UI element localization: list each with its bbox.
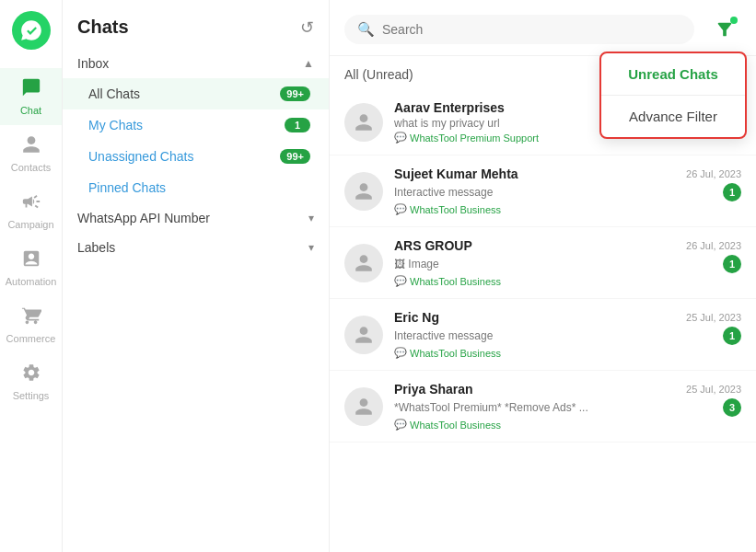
sidebar-header: Chats ↺	[63, 0, 329, 49]
labels-chevron: ▾	[308, 241, 314, 254]
labels-section-header[interactable]: Labels ▾	[63, 233, 329, 262]
chat-info: Priya Sharan 25 Jul, 2023 *WhatsTool Pre…	[394, 382, 741, 431]
avatar	[344, 172, 383, 211]
chat-date: 25 Jul, 2023	[686, 384, 741, 395]
search-icon: 🔍	[357, 21, 375, 38]
labels-label: Labels	[77, 240, 115, 255]
chat-source: 💬 WhatsTool Premium Support	[394, 132, 539, 144]
chat-icon	[21, 77, 41, 102]
whatsapp-icon: 💬	[394, 347, 407, 359]
filter-button[interactable]	[708, 13, 741, 46]
chat-item[interactable]: Priya Sharan 25 Jul, 2023 *WhatsTool Pre…	[330, 371, 756, 443]
nav-all-chats[interactable]: All Chats 99+	[63, 78, 329, 109]
chat-date: 25 Jul, 2023	[686, 312, 741, 323]
settings-icon	[21, 362, 41, 387]
campaign-icon	[21, 191, 41, 216]
whatsapp-section-header[interactable]: WhatsApp API Number ▾	[63, 203, 329, 233]
whatsapp-icon: 💬	[394, 203, 407, 215]
sidebar-item-commerce[interactable]: Commerce	[0, 296, 62, 353]
chat-source: 💬 WhatsTool Business	[394, 275, 501, 287]
sidebar-item-settings[interactable]: Settings	[0, 353, 62, 410]
chat-item[interactable]: Sujeet Kumar Mehta 26 Jul, 2023 Interact…	[330, 155, 756, 227]
whatsapp-icon: 💬	[394, 132, 407, 144]
all-chats-badge: 99+	[280, 86, 310, 101]
chat-name: Sujeet Kumar Mehta	[394, 167, 518, 181]
chat-preview: *WhatsTool Premium* *Remove Ads* ...	[394, 401, 588, 414]
nav-pinned-chats[interactable]: Pinned Chats	[63, 172, 329, 203]
chat-info: Sujeet Kumar Mehta 26 Jul, 2023 Interact…	[394, 167, 741, 215]
chat-info: Eric Ng 25 Jul, 2023 Interactive message…	[394, 310, 741, 359]
pinned-chats-label: Pinned Chats	[88, 180, 166, 195]
sidebar-body: Inbox ▲ All Chats 99+ My Chats 1 Unassig…	[63, 49, 329, 552]
main-content: 🔍 All (Unread) Unread Chats Advance Filt…	[330, 0, 756, 552]
avatar	[344, 103, 383, 142]
sidebar-item-campaign[interactable]: Campaign	[0, 182, 62, 239]
chat-date: 26 Jul, 2023	[686, 168, 741, 179]
nav-rail: Chat Contacts Campaign Automation Commer…	[0, 0, 63, 552]
sidebar-item-automation[interactable]: Automation	[0, 239, 62, 296]
whatsapp-icon: 💬	[394, 275, 407, 287]
sidebar: Chats ↺ Inbox ▲ All Chats 99+ My Chats 1…	[63, 0, 330, 552]
chat-source: 💬 WhatsTool Business	[394, 203, 501, 215]
automation-icon	[21, 248, 41, 273]
unread-badge: 1	[723, 255, 741, 273]
chat-name: Eric Ng	[394, 310, 439, 325]
chat-list: Aarav Enterprises what is my privacy url…	[330, 89, 756, 552]
avatar	[344, 244, 383, 282]
unread-badge: 1	[723, 327, 741, 345]
dropdown-unread-chats[interactable]: Unread Chats	[601, 53, 745, 95]
whatsapp-icon: 💬	[394, 419, 407, 431]
inbox-chevron: ▲	[303, 57, 314, 70]
nav-my-chats[interactable]: My Chats 1	[63, 109, 329, 141]
all-chats-label: All Chats	[88, 86, 140, 101]
unassigned-chats-badge: 99+	[280, 149, 310, 164]
sidebar-title: Chats	[77, 17, 129, 38]
chat-name: ARS GROUP	[394, 238, 472, 253]
unassigned-chats-label: Unassigned Chats	[88, 149, 193, 164]
inbox-label: Inbox	[77, 56, 109, 71]
chat-source: 💬 WhatsTool Business	[394, 347, 501, 359]
chat-name: Aarav Enterprises	[394, 100, 505, 115]
sidebar-item-contacts[interactable]: Contacts	[0, 125, 62, 182]
inbox-section-header[interactable]: Inbox ▲	[63, 49, 329, 78]
chat-name: Priya Sharan	[394, 382, 473, 397]
chat-item[interactable]: ARS GROUP 26 Jul, 2023 🖼 Image 1 💬 Whats…	[330, 227, 756, 299]
campaign-nav-label: Campaign	[7, 219, 53, 230]
main-header: 🔍	[330, 0, 756, 56]
app-logo	[12, 11, 51, 50]
avatar	[344, 387, 383, 426]
contacts-nav-label: Contacts	[11, 162, 51, 173]
settings-nav-label: Settings	[13, 390, 50, 401]
whatsapp-label: WhatsApp API Number	[77, 211, 210, 225]
chat-item[interactable]: Eric Ng 25 Jul, 2023 Interactive message…	[330, 299, 756, 371]
chat-preview: Interactive message	[394, 186, 493, 199]
sidebar-item-chat[interactable]: Chat	[0, 68, 62, 125]
chat-preview: Interactive message	[394, 329, 493, 342]
nav-unassigned-chats[interactable]: Unassigned Chats 99+	[63, 141, 329, 172]
refresh-button[interactable]: ↺	[300, 17, 314, 38]
filter-active-dot	[730, 17, 738, 24]
automation-nav-label: Automation	[6, 276, 57, 287]
chat-info: ARS GROUP 26 Jul, 2023 🖼 Image 1 💬 Whats…	[394, 238, 741, 287]
dropdown-advance-filter[interactable]: Advance Filter	[601, 96, 745, 137]
search-input[interactable]	[382, 22, 681, 37]
chat-source: 💬 WhatsTool Business	[394, 419, 501, 431]
contacts-icon	[21, 134, 41, 159]
avatar	[344, 316, 383, 354]
chat-preview: 🖼 Image	[394, 258, 439, 270]
commerce-nav-label: Commerce	[6, 333, 56, 344]
unread-badge: 1	[723, 183, 741, 201]
my-chats-badge: 1	[285, 118, 310, 132]
unread-badge: 3	[723, 398, 741, 417]
chat-date: 26 Jul, 2023	[686, 240, 741, 251]
commerce-icon	[21, 305, 41, 330]
my-chats-label: My Chats	[88, 118, 143, 132]
whatsapp-chevron: ▾	[308, 212, 314, 224]
filter-dropdown: Unread Chats Advance Filter	[599, 52, 747, 139]
search-box[interactable]: 🔍	[344, 15, 694, 44]
chat-nav-label: Chat	[20, 105, 41, 116]
